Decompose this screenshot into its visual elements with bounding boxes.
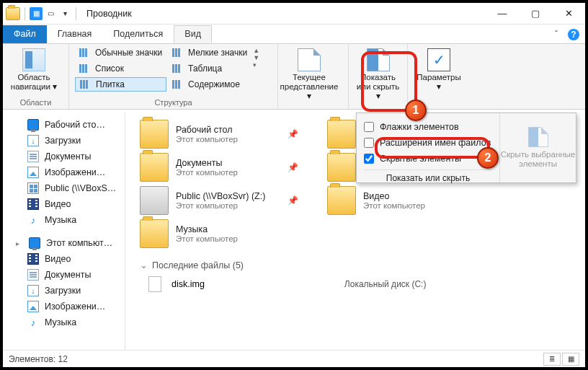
show-hide-label: Показать или скрыть — [357, 73, 399, 91]
chevron-right-icon[interactable]: ▸ — [16, 239, 23, 247]
nav-pane-button[interactable]: Область навигации ▾ — [9, 45, 59, 92]
layout-scroll-up-icon[interactable]: ▲ — [253, 47, 263, 54]
sidebar-item-public[interactable]: Public (\\VBoxS… — [3, 180, 125, 196]
options-icon: ✓ — [427, 48, 450, 71]
help-icon[interactable]: ? — [568, 29, 579, 40]
sidebar-item-documents[interactable]: Документы — [3, 149, 125, 164]
tab-file[interactable]: Файл — [3, 25, 47, 43]
monitor-icon — [29, 237, 40, 249]
document-icon — [27, 269, 39, 281]
folder-icon — [140, 153, 169, 182]
tile-documents[interactable]: ДокументыЭтот компьютер 📌 — [140, 153, 298, 182]
checkbox[interactable] — [364, 122, 374, 132]
sidebar-item-pc-video[interactable]: Видео — [3, 251, 125, 267]
tab-home[interactable]: Главная — [47, 25, 103, 43]
view-details-button[interactable]: ≣ — [543, 353, 561, 366]
sidebar-item-thispc[interactable]: ▸Этот компьют… — [3, 235, 125, 251]
folder-icon — [327, 153, 356, 182]
ribbon-tabs: Файл Главная Поделиться Вид ˇ ? — [3, 25, 585, 43]
tab-share[interactable]: Поделиться — [102, 25, 174, 43]
titlebar: ▦ ▭ ▾ Проводник ― ▢ ✕ — [3, 3, 585, 25]
qat-new-folder-icon[interactable]: ▭ — [44, 7, 57, 20]
document-icon — [27, 151, 39, 162]
layout-content[interactable]: Содержимое — [168, 77, 251, 92]
close-button[interactable]: ✕ — [552, 3, 585, 25]
tile-desktop[interactable]: Рабочий столЭтот компьютер 📌 — [140, 120, 298, 149]
nav-pane-icon — [22, 48, 45, 71]
group-label-panes: Области — [9, 97, 63, 109]
options-button[interactable]: ✓ Параметры ▾ — [414, 45, 464, 92]
checkbox-file-extensions[interactable]: Расширения имен файлов — [364, 135, 492, 151]
status-bar: Элементов: 12 ≣ ▦ — [3, 350, 585, 367]
sidebar-item-pc-images[interactable]: Изображени… — [3, 299, 125, 314]
layout-tiles[interactable]: Плитка — [75, 77, 166, 92]
qat-dropdown-icon[interactable]: ▾ — [58, 7, 71, 20]
image-icon — [27, 301, 39, 312]
checkbox[interactable] — [364, 138, 374, 148]
recent-files-header[interactable]: ⌄Последние файлы (5) — [140, 260, 585, 270]
folder-icon — [327, 186, 356, 215]
recent-file-row[interactable]: disk.img Локальный диск (C:) — [140, 276, 585, 292]
tile-video[interactable]: ВидеоЭтот компьютер — [327, 186, 486, 215]
pin-icon[interactable]: 📌 — [288, 129, 298, 139]
sidebar-item-downloads[interactable]: Загрузки — [3, 133, 125, 149]
sidebar-item-desktop[interactable]: Рабочий сто… — [3, 117, 125, 133]
music-icon — [27, 317, 39, 328]
layout-normal[interactable]: Обычные значки — [75, 45, 166, 60]
annotation-badge-1: 1 — [405, 100, 427, 121]
group-label-layout: Структура — [75, 97, 272, 109]
folder-icon — [140, 120, 169, 149]
qat-properties-icon[interactable]: ▦ — [30, 7, 43, 20]
show-hide-button[interactable]: Показать или скрыть ▾ — [355, 45, 401, 102]
image-icon — [27, 167, 39, 178]
maximize-button[interactable]: ▢ — [519, 3, 552, 25]
network-drive-icon — [140, 186, 169, 215]
checkbox[interactable] — [364, 154, 374, 164]
file-icon — [148, 276, 161, 292]
nav-pane-label: Область навигации — [11, 73, 50, 91]
ribbon-collapse-icon[interactable]: ˇ — [551, 29, 562, 40]
sidebar-item-pc-downloads[interactable]: Загрузки — [3, 283, 125, 299]
music-icon — [27, 214, 39, 226]
video-icon — [27, 198, 39, 210]
folder-icon — [140, 219, 169, 248]
tile-music[interactable]: МузыкаЭтот компьютер — [140, 219, 298, 248]
annotation-badge-2: 2 — [477, 147, 499, 169]
pin-icon[interactable]: 📌 — [288, 195, 298, 206]
app-icon[interactable] — [6, 7, 20, 20]
download-icon — [27, 135, 39, 146]
layout-scroll-down-icon[interactable]: ▼ — [253, 54, 263, 61]
tab-view[interactable]: Вид — [174, 25, 212, 43]
view-tiles-button[interactable]: ▦ — [562, 353, 579, 366]
page-icon — [298, 48, 321, 71]
sidebar-item-images[interactable]: Изображени… — [3, 164, 125, 180]
video-icon — [27, 253, 39, 265]
layout-small[interactable]: Мелкие значки — [168, 45, 251, 60]
show-hide-icon — [367, 48, 390, 71]
layout-list[interactable]: Список — [75, 61, 166, 76]
hide-selected-icon — [528, 127, 548, 147]
hide-selected-button: Скрыть выбранные элементы — [499, 113, 576, 182]
sidebar-item-video[interactable]: Видео — [3, 196, 125, 212]
layout-table[interactable]: Таблица — [168, 61, 251, 76]
sidebar-item-pc-music[interactable]: Музыка — [3, 314, 125, 330]
quick-access-toolbar: ▦ ▭ ▾ — [3, 7, 79, 20]
minimize-button[interactable]: ― — [486, 3, 519, 25]
layout-more-icon[interactable]: ▾ — [253, 61, 263, 69]
chevron-down-icon: ⌄ — [140, 260, 148, 270]
desktop-icon — [27, 119, 39, 131]
nav-tree[interactable]: Рабочий сто… Загрузки Документы Изображе… — [3, 113, 125, 350]
status-item-count: Элементов: 12 — [9, 354, 68, 364]
current-view-label: Текущее представление — [280, 73, 339, 91]
current-view-button[interactable]: Текущее представление ▾ — [284, 45, 334, 102]
dropdown-group-label: Показать или скрыть — [364, 173, 492, 183]
checkbox-hidden-items[interactable]: Скрытые элементы — [364, 151, 492, 167]
sidebar-item-music[interactable]: Музыка — [3, 212, 125, 228]
folder-icon — [327, 120, 356, 149]
options-label: Параметры — [416, 73, 460, 82]
tile-public[interactable]: Public (\\VBoxSvr) (Z:)Этот компьютер 📌 — [140, 186, 298, 215]
pin-icon[interactable]: 📌 — [288, 162, 298, 172]
sidebar-item-pc-docs[interactable]: Документы — [3, 267, 125, 283]
show-hide-dropdown: Флажки элементов Расширения имен файлов … — [356, 113, 576, 183]
checkbox-item-flags[interactable]: Флажки элементов — [364, 119, 492, 135]
